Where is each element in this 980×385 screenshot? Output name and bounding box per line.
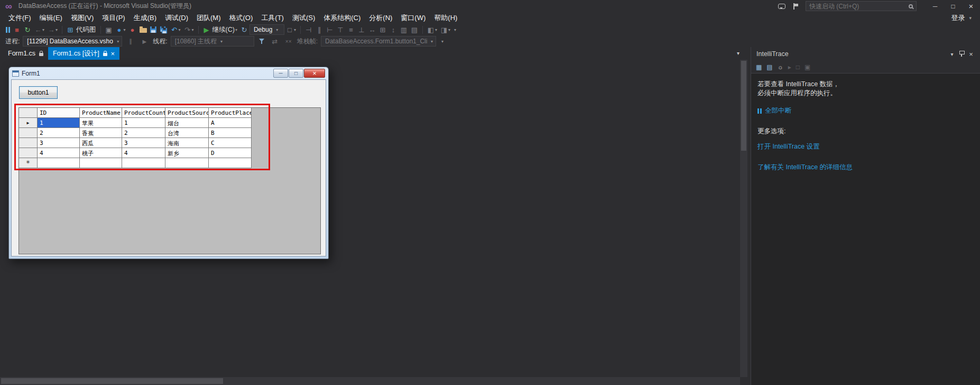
tab-close-icon[interactable]: × — [111, 50, 115, 58]
button1[interactable]: button1 — [19, 86, 58, 99]
vertical-spacing-button[interactable]: ▤ — [409, 24, 420, 35]
refresh-button[interactable]: ↻ — [239, 24, 249, 35]
redo-button[interactable]: ↷▾ — [182, 24, 196, 35]
stack-frame-combobox[interactable]: DataBaseAccess.Form1.button1_Click▾ — [321, 36, 436, 47]
panel-close-icon[interactable]: × — [966, 49, 976, 59]
notifications-flag-icon[interactable] — [793, 3, 798, 10]
active-files-dropdown-icon[interactable]: ▾ — [737, 50, 739, 56]
folder-icon — [140, 28, 147, 33]
align-lefts-button[interactable]: ⊣ — [303, 24, 314, 35]
form-maximize-button[interactable]: □ — [289, 69, 303, 78]
intellitrace-events-button[interactable]: ●▾ — [114, 24, 127, 35]
horizontal-scrollbar[interactable] — [0, 377, 740, 385]
tab-form1-designer[interactable]: Form1.cs [设计] × — [48, 47, 119, 60]
menu-file[interactable]: 文件(F) — [4, 13, 35, 23]
scrollbar-thumb[interactable] — [741, 61, 746, 151]
open-settings-link[interactable]: 打开 IntelliTrace 设置 — [757, 143, 820, 150]
cancel-filter-button[interactable]: ×× — [283, 36, 294, 47]
send-to-back-button[interactable]: ◨▾ — [439, 24, 452, 35]
feedback-icon[interactable] — [778, 4, 785, 9]
chevron-down-icon: ▾ — [220, 39, 223, 44]
form-close-button[interactable]: × — [304, 69, 325, 78]
bring-to-front-button[interactable]: ◧▾ — [426, 24, 439, 35]
menu-tools[interactable]: 工具(T) — [257, 13, 288, 23]
app-form-titlebar[interactable]: Form1 ─ □ × — [9, 67, 328, 79]
debugbar-overflow-button[interactable]: ▾ — [439, 36, 445, 47]
intellitrace-header[interactable]: IntelliTrace ▾ × — [751, 47, 980, 61]
quick-launch-input[interactable] — [809, 3, 909, 10]
thread-combobox[interactable]: [10860] 主线程▾ — [171, 36, 254, 47]
undo-button[interactable]: ↶▾ — [169, 24, 182, 35]
filter-threads-button[interactable] — [257, 36, 266, 47]
horizontal-spacing-button[interactable]: ▥ — [399, 24, 409, 35]
close-button[interactable]: × — [962, 0, 980, 12]
menu-test[interactable]: 测试(S) — [288, 13, 319, 23]
breakpoints-button[interactable]: ● — [127, 24, 138, 35]
quick-launch-box[interactable] — [806, 1, 917, 11]
window-layout-button[interactable]: □▾ — [284, 24, 298, 35]
align-centers-button[interactable]: ∥ — [314, 24, 325, 35]
gear-icon[interactable]: ☼ — [778, 63, 783, 71]
configuration-combobox[interactable]: Debug▾ — [249, 24, 284, 35]
panel-menu-chevron-icon[interactable]: ▾ — [947, 49, 957, 59]
play-icon[interactable]: ▸ — [788, 63, 791, 71]
break-all-link[interactable]: 全部中断 — [757, 106, 974, 115]
navigate-forward-button[interactable]: →▾ — [46, 24, 59, 35]
debug-location-bar: 进程: [11296] DataBaseAccess.vshost▾ ∥ ▶ 线… — [0, 35, 980, 47]
align-bottoms-button[interactable]: ⊥ — [356, 24, 367, 35]
menubar: 文件(F) 编辑(E) 视图(V) 项目(P) 生成(B) 调试(D) 团队(M… — [0, 12, 980, 24]
sign-in-button[interactable]: 登录 ▾ — [951, 13, 980, 23]
form-title: Form1 — [22, 70, 40, 77]
menu-architecture[interactable]: 体系结构(C) — [319, 13, 365, 23]
form-minimize-button[interactable]: ─ — [273, 69, 288, 78]
menu-debug[interactable]: 调试(D) — [161, 13, 192, 23]
minimize-button[interactable]: ─ — [926, 0, 944, 12]
vertical-scrollbar[interactable] — [740, 60, 747, 377]
toolbar-overflow-button[interactable]: ▾ — [452, 24, 458, 35]
align-rights-button[interactable]: ⊢ — [325, 24, 335, 35]
save-all-button[interactable] — [158, 24, 169, 35]
make-same-width-button[interactable]: ↔ — [367, 24, 377, 35]
break-all-button[interactable] — [4, 24, 12, 35]
menu-build[interactable]: 生成(B) — [130, 13, 161, 23]
stop-debugging-button[interactable]: ■ — [12, 24, 22, 35]
pin-icon[interactable] — [957, 49, 966, 59]
restart-button[interactable]: ↻ — [22, 24, 33, 35]
continue-button[interactable]: ▶继续(C)▾ — [201, 24, 239, 35]
open-file-button[interactable] — [138, 24, 149, 35]
menu-project[interactable]: 项目(P) — [98, 13, 129, 23]
align-tops-button[interactable]: ⊤ — [335, 24, 346, 35]
align-bottoms-icon: ⊥ — [358, 26, 365, 33]
code-map-button[interactable]: ⊞代码图 — [65, 24, 98, 35]
vertical-spacing-icon: ▤ — [411, 26, 418, 33]
learn-more-link[interactable]: 了解有关 IntelliTrace 的详细信息 — [757, 163, 853, 171]
scrollbar-thumb[interactable] — [1, 378, 223, 384]
navigate-back-button[interactable]: ←▾ — [33, 24, 46, 35]
document-icon[interactable]: □ — [796, 63, 800, 71]
align-middles-button[interactable]: ≡ — [346, 24, 356, 35]
menu-edit[interactable]: 编辑(E) — [35, 13, 67, 23]
make-same-size-button[interactable]: ⊞ — [377, 24, 388, 35]
tab-form1-code[interactable]: Form1.cs — [3, 47, 48, 60]
make-same-height-button[interactable]: ↕ — [388, 24, 399, 35]
align-centers-icon: ∥ — [316, 26, 323, 33]
menu-team[interactable]: 团队(M) — [192, 13, 225, 23]
document-tabstrip: Form1.cs Form1.cs [设计] × — [0, 47, 747, 60]
toggle-flagged-button[interactable]: ⇄ — [270, 36, 280, 47]
process-combobox[interactable]: [11296] DataBaseAccess.vshost▾ — [23, 36, 122, 47]
events-view-icon[interactable]: ▦ — [756, 63, 762, 71]
suspend-thread-button[interactable]: ∥ — [125, 36, 136, 47]
maximize-button[interactable]: □ — [944, 0, 962, 12]
list-view-icon[interactable]: ▤ — [766, 63, 772, 71]
menu-window[interactable]: 窗口(W) — [396, 13, 430, 23]
save-button[interactable] — [149, 24, 158, 35]
resume-thread-button[interactable]: ▶ — [139, 36, 150, 47]
menu-help[interactable]: 帮助(H) — [430, 13, 461, 23]
new-diagram-button[interactable]: ▣ — [104, 24, 114, 35]
back-arrow-icon: ← — [34, 26, 42, 33]
form-icon — [12, 70, 19, 77]
menu-view[interactable]: 视图(V) — [67, 13, 98, 23]
menu-format[interactable]: 格式(O) — [225, 13, 257, 23]
menu-analyze[interactable]: 分析(N) — [365, 13, 396, 23]
export-icon[interactable]: ▣ — [805, 63, 810, 71]
